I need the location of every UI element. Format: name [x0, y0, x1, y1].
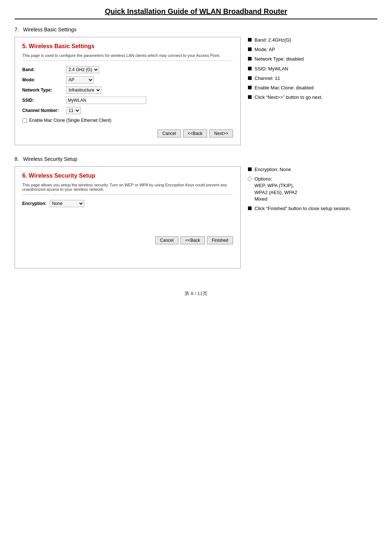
mode-label: Mode: [22, 77, 66, 82]
encryption-row: Encryption: None WEP WPA (TKIP) WPA2 (AE… [22, 200, 233, 207]
channel-control[interactable]: 11 1234 5678 910 [66, 107, 81, 114]
square-icon-7-6 [248, 86, 252, 89]
section-8-number: 8. [15, 156, 19, 162]
bullet-7-3-text: Network Type: disabled [255, 56, 304, 62]
ssid-control[interactable] [66, 97, 146, 104]
bullet-7-4: SSID: MyWLAN [248, 66, 377, 72]
square-icon-7-2 [248, 47, 252, 51]
section-7-label: Wireless Basic Settings [23, 27, 76, 32]
square-icon-7-7 [248, 95, 252, 99]
bullet-7-7: Click “Next>>” button to go next. [248, 94, 377, 101]
square-icon-7-5 [248, 76, 252, 80]
section-7: 7. Wireless Basic Settings 5. Wireless B… [15, 27, 377, 145]
bullet-8-1: Encryption: None [248, 166, 377, 173]
ssid-row: SSID: [22, 97, 233, 104]
bullet-8-3: Click “Finished” button to close setup s… [248, 205, 377, 212]
mac-clone-label: Enable Mac Clone (Single Ethernet Client… [29, 118, 111, 123]
band-label: Band: [22, 67, 66, 72]
section-8-header: 8. Wireless Security Setup [15, 156, 377, 162]
bullet-8-1-text: Encryption: None [255, 166, 291, 173]
channel-select[interactable]: 11 1234 5678 910 [66, 107, 81, 114]
panel-5-desc: This page is used to configure the param… [22, 53, 233, 61]
section-8-bullets: Encryption: None Options:WEP, WPA (TKIP)… [248, 166, 377, 215]
section-8: 8. Wireless Security Setup 6. Wireless S… [15, 156, 377, 268]
band-row: Band: 2.4 GHz (G) 5 GHz [22, 66, 233, 73]
section-7-number: 7. [15, 27, 19, 32]
panel-5-title: 5. Wireless Basic Settings [22, 43, 233, 50]
band-control[interactable]: 2.4 GHz (G) 5 GHz [66, 66, 99, 73]
square-icon-7-3 [248, 57, 252, 61]
footer-text: 第 8 / 11页 [185, 291, 207, 296]
bullet-8-2: Options:WEP, WPA (TKIP),WPA2 (AES), WPA2… [248, 176, 377, 202]
network-type-label: Network Type: [22, 88, 66, 93]
section-8-content: 6. Wireless Security Setup This page all… [15, 166, 377, 268]
bullet-7-7-text: Click “Next>>” button to go next. [255, 94, 322, 101]
mode-select[interactable]: AP Client Repeater [66, 76, 94, 84]
bullet-7-2-text: Mode: AP [255, 46, 275, 53]
back-button-2[interactable]: <<Back [181, 236, 205, 244]
next-button-1[interactable]: Next>> [209, 129, 233, 138]
section-8-label: Wireless Security Setup [23, 156, 77, 162]
bullet-7-3: Network Type: disabled [248, 56, 377, 62]
bullet-7-1: Band: 2.4GHz(G) [248, 37, 377, 43]
square-icon-8-1 [248, 167, 252, 171]
bullet-7-6-text: Enable Mac Clone: disabled [255, 85, 314, 91]
wireless-basic-settings-panel: 5. Wireless Basic Settings This page is … [15, 37, 241, 145]
network-type-control[interactable]: Infrastructure Ad-hoc [66, 86, 101, 94]
encryption-select[interactable]: None WEP WPA (TKIP) WPA2 (AES) WPA2 Mixe… [50, 200, 84, 207]
mode-row: Mode: AP Client Repeater [22, 76, 233, 84]
network-type-select[interactable]: Infrastructure Ad-hoc [66, 86, 101, 94]
square-icon-7-4 [248, 67, 252, 70]
wireless-security-panel: 6. Wireless Security Setup This page all… [15, 166, 241, 268]
band-select[interactable]: 2.4 GHz (G) 5 GHz [66, 66, 99, 73]
network-type-row: Network Type: Infrastructure Ad-hoc [22, 86, 233, 94]
mode-control[interactable]: AP Client Repeater [66, 76, 94, 84]
mac-clone-row: Enable Mac Clone (Single Ethernet Client… [22, 118, 233, 123]
section-7-header: 7. Wireless Basic Settings [15, 27, 377, 32]
section-7-bullets: Band: 2.4GHz(G) Mode: AP Network Type: d… [248, 37, 377, 104]
panel-6-title: 6. Wireless Security Setup [22, 173, 233, 179]
panel-5-button-row: Cancel <<Back Next>> [22, 129, 233, 138]
cancel-button-2[interactable]: Cancel [155, 236, 178, 244]
finished-button[interactable]: Finished [207, 236, 233, 244]
bullet-8-2-text: Options:WEP, WPA (TKIP),WPA2 (AES), WPA2… [255, 176, 297, 202]
bullet-7-4-text: SSID: MyWLAN [255, 66, 288, 72]
page-title: Quick Installation Guide of WLAN Broadba… [15, 7, 377, 19]
channel-row: Channel Number: 11 1234 5678 910 [22, 107, 233, 114]
bullet-7-5: Channel: 11 [248, 75, 377, 82]
bullet-7-1-text: Band: 2.4GHz(G) [255, 37, 291, 43]
ssid-label: SSID: [22, 98, 66, 103]
bullet-7-6: Enable Mac Clone: disabled [248, 85, 377, 91]
cancel-button-1[interactable]: Cancel [158, 129, 181, 138]
bullet-8-3-text: Click “Finished” button to close setup s… [255, 205, 351, 212]
section-7-content: 5. Wireless Basic Settings This page is … [15, 37, 377, 145]
square-icon-8-3 [248, 206, 252, 210]
bullet-7-2: Mode: AP [248, 46, 377, 53]
panel-6-button-row: Cancel <<Back Finished [22, 236, 233, 244]
channel-label: Channel Number: [22, 108, 66, 113]
ssid-input[interactable] [66, 97, 146, 104]
back-button-1[interactable]: <<Back [183, 129, 207, 138]
square-icon-7-1 [248, 38, 252, 42]
bullet-7-5-text: Channel: 11 [255, 75, 280, 82]
encryption-label: Encryption: [22, 201, 47, 206]
mac-clone-checkbox[interactable] [22, 118, 27, 123]
footer: 第 8 / 11页 [15, 290, 377, 297]
panel-6-desc: This page allows you setup the wireless … [22, 183, 233, 195]
diamond-icon-8-2 [247, 176, 252, 181]
